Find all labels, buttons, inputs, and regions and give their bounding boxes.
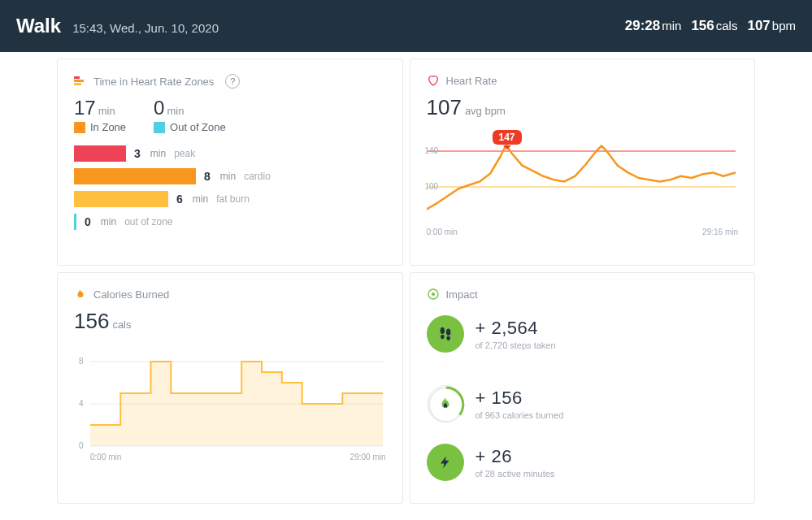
in-zone-block: 17min In Zone <box>74 97 126 133</box>
in-zone-num: 17 <box>74 97 96 119</box>
stat-bpm: 107bpm <box>747 18 796 34</box>
activity-date: 15:43, Wed., Jun. 10, 2020 <box>72 21 219 35</box>
duration-value: 29:28 <box>625 18 660 33</box>
card-hr-zones: Time in Heart Rate Zones ? 17min In Zone… <box>57 58 403 266</box>
steps-value: + 2,564 <box>475 318 556 339</box>
card-title-row: Impact <box>427 288 739 301</box>
footsteps-icon <box>436 325 454 343</box>
cardio-name: cardio <box>244 171 271 182</box>
in-zone-unit: min <box>98 105 115 117</box>
bar-fatburn <box>74 191 168 207</box>
bolt-icon <box>438 453 453 471</box>
fatburn-num: 6 <box>176 193 183 206</box>
calories-section-title: Calories Burned <box>93 288 169 301</box>
svg-rect-0 <box>74 76 80 79</box>
header-left: Walk 15:43, Wed., Jun. 10, 2020 <box>16 15 219 37</box>
svg-rect-1 <box>74 80 84 82</box>
impact-steps: + 2,564 of 2,720 steps taken <box>427 315 581 353</box>
help-icon[interactable]: ? <box>225 74 240 89</box>
card-title-row: Time in Heart Rate Zones ? <box>74 74 386 89</box>
zone-bar-peak: 3 min peak <box>74 145 386 162</box>
cardio-num: 8 <box>204 170 211 183</box>
svg-point-9 <box>432 292 435 296</box>
header-bar: Walk 15:43, Wed., Jun. 10, 2020 29:28min… <box>0 0 812 52</box>
card-title-row: Heart Rate <box>427 74 739 87</box>
out-zone-num: 0 <box>154 97 164 119</box>
bar-peak <box>74 145 126 162</box>
cal-xmin: 0:00 min <box>90 453 121 462</box>
peak-num: 3 <box>134 147 141 160</box>
card-impact: Impact + 2,564 of 2,720 steps taken <box>410 272 756 504</box>
impact-cals: + 156 of 963 calories burned <box>427 385 581 422</box>
steps-icon-circle <box>427 315 464 353</box>
impact-cals-value: + 156 <box>475 388 564 409</box>
bpm-value: 107 <box>747 18 770 33</box>
hr-avg: 107avg bpm <box>427 95 739 120</box>
cals-icon-circle <box>427 385 464 422</box>
hr-grid-140: 140 <box>425 146 439 155</box>
stat-duration: 29:28min <box>625 18 682 34</box>
cal-grid-4: 4 <box>79 399 84 408</box>
duration-unit: min <box>662 19 681 32</box>
bar-cardio <box>74 168 196 184</box>
heart-icon <box>427 74 440 87</box>
zone-bars: 3 min peak 8 min cardio 6 min fat burn 0… <box>74 145 386 231</box>
hr-chart-svg <box>427 133 736 223</box>
zone-bar-out: 0 min out of zone <box>74 213 386 231</box>
cals-ring <box>428 386 465 423</box>
header-stats: 29:28min 156cals 107bpm <box>625 18 796 34</box>
in-zone-label: In Zone <box>90 121 126 133</box>
dashboard-grid: Time in Heart Rate Zones ? 17min In Zone… <box>0 52 812 510</box>
fatburn-unit: min <box>193 193 208 205</box>
zone-bar-cardio: 8 min cardio <box>74 167 386 185</box>
hr-avg-num: 107 <box>427 95 462 119</box>
fire-icon <box>74 288 87 301</box>
calories-num: 156 <box>74 309 109 333</box>
out-zone-swatch <box>154 122 165 133</box>
hr-peak-badge: 147 <box>493 130 522 145</box>
card-heart-rate: Heart Rate 107avg bpm 147 140 100 0:00 m… <box>410 58 756 266</box>
hr-section-title: Heart Rate <box>446 75 497 87</box>
calories-unit: cals <box>716 19 738 32</box>
cal-grid-8: 8 <box>79 357 84 366</box>
impact-row-1: + 2,564 of 2,720 steps taken + 156 of 96… <box>427 315 739 422</box>
stat-calories: 156cals <box>691 18 737 34</box>
hr-avg-label: avg bpm <box>465 105 506 117</box>
impact-active: + 26 of 28 active minutes <box>427 444 581 481</box>
zones-section-title: Time in Heart Rate Zones <box>93 76 214 88</box>
cal-chart: 8 4 0 0:00 min 29:00 min <box>74 345 386 475</box>
active-sub: of 28 active minutes <box>475 469 555 479</box>
zone-summary: 17min In Zone 0min Out of Zone <box>74 97 386 133</box>
hr-grid-100: 100 <box>425 182 439 191</box>
out-zone-label: Out of Zone <box>170 121 226 133</box>
impact-icon <box>427 288 440 301</box>
peak-unit: min <box>150 148 166 159</box>
zones-icon <box>74 75 87 88</box>
impact-cals-sub: of 963 calories burned <box>475 410 564 420</box>
out-num: 0 <box>85 215 91 228</box>
hr-xmin: 0:00 min <box>427 228 458 236</box>
card-title-row: Calories Burned <box>74 288 386 301</box>
zone-bar-fatburn: 6 min fat burn <box>74 190 386 208</box>
impact-row-2: + 26 of 28 active minutes <box>427 444 739 481</box>
out-zone-block: 0min Out of Zone <box>154 97 226 133</box>
cal-xmax: 29:00 min <box>350 453 386 462</box>
hr-chart: 147 140 100 0:00 min 29:16 min <box>427 133 739 239</box>
out-unit: min <box>101 216 116 228</box>
steps-sub: of 2,720 steps taken <box>475 340 556 350</box>
calories-unit: cals <box>112 318 131 331</box>
bpm-unit: bpm <box>772 19 796 32</box>
bar-out <box>74 214 76 230</box>
svg-rect-2 <box>74 83 81 85</box>
activity-title: Walk <box>16 15 61 37</box>
cardio-unit: min <box>220 171 236 182</box>
cal-chart-svg <box>74 345 383 459</box>
calories-total: 156cals <box>74 309 386 334</box>
cal-grid-0: 0 <box>79 441 84 450</box>
in-zone-swatch <box>74 122 85 133</box>
out-zone-unit: min <box>167 105 184 117</box>
active-icon-circle <box>427 444 464 481</box>
fatburn-name: fat burn <box>216 193 250 205</box>
peak-name: peak <box>174 148 195 159</box>
impact-section-title: Impact <box>446 288 478 301</box>
